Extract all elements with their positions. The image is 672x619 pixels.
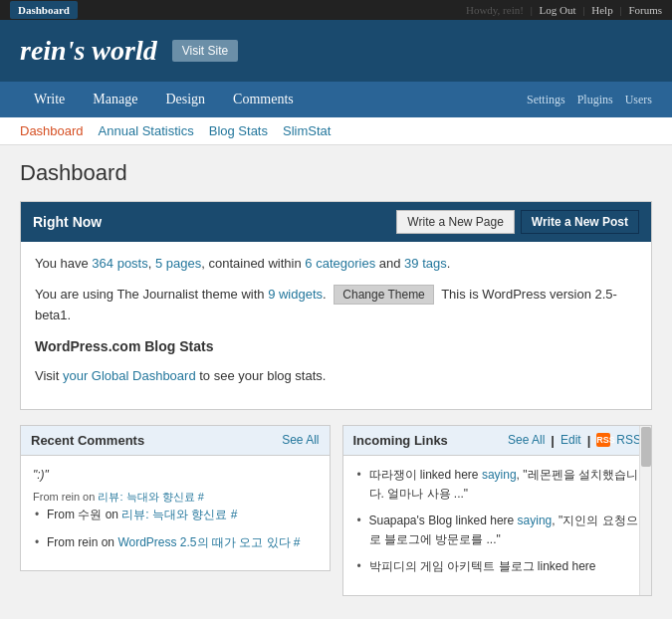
main-nav: Write Manage Design Comments Settings Pl…	[0, 82, 672, 117]
incoming-item-3: 박피디의 게임 아키텍트 블로그 linked here	[355, 557, 640, 576]
main-nav-right: Settings Plugins Users	[527, 83, 652, 117]
nav-users[interactable]: Users	[625, 83, 652, 117]
subnav-blog-stats[interactable]: Blog Stats	[209, 123, 268, 138]
scroll-thumb[interactable]	[641, 427, 651, 467]
incoming-see-all[interactable]: See All	[508, 433, 545, 447]
incoming-saying-1[interactable]: saying	[482, 468, 517, 482]
dashboard-tab-label[interactable]: Dashboard	[10, 1, 78, 19]
recent-comments-title: Recent Comments	[31, 433, 144, 448]
nav-plugins[interactable]: Plugins	[577, 83, 613, 117]
separator-3: |	[619, 4, 624, 16]
right-now-header: Right Now Write a New Page Write a New P…	[21, 202, 651, 242]
right-now-widget: Right Now Write a New Page Write a New P…	[20, 201, 652, 410]
logout-link[interactable]: Log Out	[540, 4, 576, 16]
pages-link[interactable]: 5 pages	[155, 256, 201, 271]
blog-stats-title: WordPress.com Blog Stats	[35, 335, 637, 357]
incoming-links-body: 따라쟁이 linked here saying, "레몬펜을 설치했습니다. 얼…	[343, 456, 652, 595]
comment-link-1[interactable]: 리뷰: 늑대와 향신료 #	[98, 491, 203, 503]
greeting-text: Howdy, rein!	[466, 4, 524, 16]
posts-link[interactable]: 364 posts	[92, 256, 147, 271]
sub-link-1[interactable]: 리뷰: 늑대와 향신료 #	[121, 508, 237, 521]
nav-settings[interactable]: Settings	[527, 83, 565, 117]
sep-1: |	[551, 433, 555, 448]
sub-from-2: From rein on	[47, 535, 114, 549]
stats-end: .	[447, 256, 451, 271]
change-theme-button[interactable]: Change Theme	[334, 285, 434, 305]
recent-comments-widget: Recent Comments See All ":)" From rein o…	[20, 425, 331, 571]
incoming-item-2: Suapapa's Blog linked here saying, "지인의 …	[355, 512, 640, 549]
nav-design[interactable]: Design	[151, 82, 219, 117]
comment-sub-list: From 수원 on 리뷰: 늑대와 향신료 # From rein on Wo…	[33, 506, 318, 551]
two-column-section: Recent Comments See All ":)" From rein o…	[20, 425, 652, 596]
right-now-title: Right Now	[33, 214, 102, 230]
incoming-links-widget: Incoming Links See All | Edit | RSS RSS …	[342, 425, 653, 596]
recent-comments-col: Recent Comments See All ":)" From rein o…	[20, 425, 331, 596]
incoming-links-list: 따라쟁이 linked here saying, "레몬펜을 설치했습니다. 얼…	[355, 466, 640, 577]
recent-comments-see-all[interactable]: See All	[282, 433, 319, 447]
sep-2: |	[587, 433, 591, 448]
admin-bar-dashboard-tab: Dashboard	[10, 4, 78, 16]
incoming-pre-2: Suapapa's Blog linked here	[369, 514, 515, 527]
sub-nav: Dashboard Annual Statistics Blog Stats S…	[0, 117, 672, 145]
subnav-slimstat[interactable]: SlimStat	[283, 123, 331, 138]
forums-link[interactable]: Forums	[628, 4, 662, 16]
page-content: Dashboard Right Now Write a New Page Wri…	[0, 145, 672, 611]
admin-bar: Dashboard Howdy, rein! | Log Out | Help …	[0, 0, 672, 20]
page-title: Dashboard	[20, 160, 652, 186]
sub-from-1: From 수원 on	[47, 508, 118, 521]
widgets-link[interactable]: 9 widgets	[268, 287, 323, 302]
theme-dot: .	[323, 287, 330, 302]
incoming-saying-2[interactable]: saying	[518, 514, 553, 527]
main-nav-left: Write Manage Design Comments	[20, 82, 308, 117]
incoming-pre-3: 박피디의 게임 아키텍트 블로그 linked here	[369, 559, 596, 573]
nav-manage[interactable]: Manage	[79, 82, 151, 117]
separator-2: |	[582, 4, 587, 16]
subnav-annual-statistics[interactable]: Annual Statistics	[99, 123, 194, 138]
global-pre: Visit	[35, 368, 63, 383]
visit-site-button[interactable]: Visit Site	[172, 40, 238, 62]
subnav-dashboard[interactable]: Dashboard	[20, 123, 84, 138]
stats-and: and	[375, 256, 404, 271]
comment-from-1: From rein on 리뷰: 늑대와 향신료 #	[33, 489, 318, 507]
right-now-theme-line: You are using The Journalist theme with …	[35, 285, 637, 326]
theme-pre: You are using The Journalist theme with	[35, 287, 268, 302]
incoming-links-header: Incoming Links See All | Edit | RSS RSS	[343, 426, 652, 456]
recent-comments-header: Recent Comments See All	[21, 426, 330, 456]
nav-comments[interactable]: Comments	[219, 82, 308, 117]
sub-link-2[interactable]: WordPress 2.5의 때가 오고 있다 #	[117, 535, 300, 549]
incoming-edit[interactable]: Edit	[560, 433, 581, 447]
comment-sub-item-1: From 수원 on 리뷰: 늑대와 향신료 #	[33, 506, 318, 524]
incoming-pre-1: 따라쟁이 linked here	[369, 468, 479, 482]
right-now-buttons: Write a New Page Write a New Post	[396, 210, 639, 234]
nav-write[interactable]: Write	[20, 82, 79, 117]
scroll-bar[interactable]	[639, 426, 651, 595]
right-now-stats-line: You have 364 posts, 5 pages, contained w…	[35, 254, 637, 275]
site-title: rein's world	[20, 35, 157, 67]
global-dashboard-line: Visit your Global Dashboard to see your …	[35, 366, 637, 387]
incoming-item-1: 따라쟁이 linked here saying, "레몬펜을 설치했습니다. 얼…	[355, 466, 640, 504]
separator-1: |	[531, 4, 536, 16]
global-post: to see your blog stats.	[196, 368, 327, 383]
incoming-links-title: Incoming Links	[353, 433, 448, 448]
help-link[interactable]: Help	[591, 4, 612, 16]
rss-link[interactable]: RSS	[616, 433, 641, 447]
incoming-links-header-links: See All | Edit | RSS RSS	[508, 433, 641, 448]
tags-link[interactable]: 39 tags	[404, 256, 447, 271]
write-new-post-button[interactable]: Write a New Post	[521, 210, 639, 234]
categories-link[interactable]: 6 categories	[305, 256, 375, 271]
right-now-body: You have 364 posts, 5 pages, contained w…	[21, 242, 651, 409]
stats-pre: You have	[35, 256, 92, 271]
global-dashboard-link[interactable]: your Global Dashboard	[63, 368, 196, 383]
comment-sub-item-2: From rein on WordPress 2.5의 때가 오고 있다 #	[33, 533, 318, 552]
admin-bar-right: Howdy, rein! | Log Out | Help | Forums	[462, 4, 662, 16]
comment-quote-1: ":)"	[33, 466, 318, 485]
rss-icon: RSS	[596, 433, 610, 447]
write-new-page-button[interactable]: Write a New Page	[396, 210, 515, 234]
recent-comments-body: ":)" From rein on 리뷰: 늑대와 향신료 # From 수원 …	[21, 456, 330, 570]
incoming-links-col: Incoming Links See All | Edit | RSS RSS …	[342, 425, 653, 596]
stats-mid: , contained within	[201, 256, 305, 271]
comment-item-1: ":)" From rein on 리뷰: 늑대와 향신료 #	[33, 466, 318, 507]
site-header: rein's world Visit Site	[0, 20, 672, 82]
stats-comma1: ,	[148, 256, 155, 271]
comment-from-text-1: From rein on	[33, 491, 95, 503]
